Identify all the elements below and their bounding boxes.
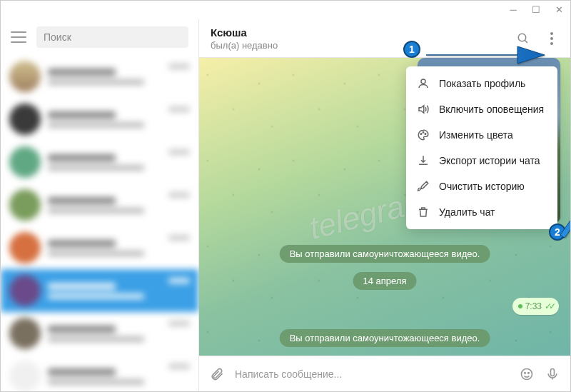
svg-rect-5 — [551, 368, 555, 376]
list-item[interactable] — [1, 141, 198, 184]
svg-point-2 — [522, 368, 532, 379]
svg-point-3 — [525, 372, 526, 373]
export-icon — [416, 154, 430, 168]
window-minimize[interactable]: ─ — [502, 1, 525, 18]
outgoing-message[interactable]: 7:33 ✓✓ — [512, 298, 559, 315]
brush-icon — [416, 179, 430, 194]
menu-item-label: Удалить чат — [439, 206, 495, 218]
search-input[interactable]: Поиск — [36, 26, 188, 48]
svg-point-0 — [518, 34, 526, 41]
list-item[interactable] — [1, 184, 198, 226]
annotation-arrow-1 — [425, 42, 546, 71]
svg-point-4 — [528, 372, 530, 373]
chat-title[interactable]: Ксюша — [211, 26, 516, 39]
palette-icon — [416, 128, 430, 142]
list-item[interactable] — [1, 355, 198, 391]
list-item[interactable] — [1, 269, 198, 312]
svg-point-6 — [421, 79, 425, 84]
more-options-icon[interactable] — [545, 31, 559, 46]
annotation-badge-1: 1 — [403, 41, 420, 58]
svg-point-9 — [425, 134, 426, 135]
message-time: 7:33 — [525, 301, 542, 311]
menu-enable-notifications[interactable]: Включить оповещения — [406, 96, 557, 122]
hamburger-menu-icon[interactable] — [11, 31, 26, 43]
list-item[interactable] — [1, 226, 198, 269]
menu-show-profile[interactable]: Показать профиль — [406, 71, 557, 96]
status-dot-icon — [518, 304, 522, 308]
trash-icon — [416, 205, 430, 219]
main-panel: Ксюша был(а) недавно 👍 8:31 ✓✓ — [199, 19, 570, 391]
chat-list — [1, 55, 198, 391]
search-placeholder: Поиск — [44, 31, 71, 43]
voice-icon[interactable] — [545, 366, 560, 382]
profile-icon — [416, 76, 430, 91]
menu-export-history[interactable]: Экспорт истории чата — [406, 148, 557, 174]
svg-point-7 — [420, 134, 422, 135]
menu-delete-chat[interactable]: Удалить чат — [406, 199, 557, 225]
annotation-arrow-2 — [555, 124, 571, 241]
menu-item-label: Включить оповещения — [439, 104, 544, 115]
attach-icon[interactable] — [209, 366, 225, 382]
system-message: Вы отправили самоуничтожающееся видео. — [280, 329, 490, 347]
menu-item-label: Изменить цвета — [439, 129, 513, 141]
system-message: Вы отправили самоуничтожающееся видео. — [280, 245, 490, 263]
window-close[interactable]: ✕ — [547, 1, 570, 18]
message-input[interactable]: Написать сообщение... — [235, 368, 509, 380]
date-chip: 14 апреля — [353, 272, 417, 290]
list-item[interactable] — [1, 312, 198, 355]
emoji-icon[interactable] — [519, 366, 535, 382]
sound-icon — [416, 102, 430, 116]
menu-item-label: Показать профиль — [439, 78, 525, 89]
window-maximize[interactable]: ☐ — [525, 1, 547, 18]
menu-change-colors[interactable]: Изменить цвета — [406, 122, 557, 148]
list-item[interactable] — [1, 55, 198, 98]
list-item[interactable] — [1, 98, 198, 141]
menu-clear-history[interactable]: Очистить историю — [406, 174, 557, 199]
menu-item-label: Очистить историю — [439, 181, 525, 192]
chat-options-menu: Показать профиль Включить оповещения Изм… — [406, 66, 557, 229]
window-controls: ─ ☐ ✕ — [502, 1, 570, 19]
sidebar: Поиск — [1, 19, 199, 391]
menu-item-label: Экспорт истории чата — [439, 155, 540, 166]
message-input-bar: Написать сообщение... — [199, 356, 570, 391]
svg-point-8 — [423, 132, 424, 134]
read-checks-icon: ✓✓ — [545, 301, 553, 311]
